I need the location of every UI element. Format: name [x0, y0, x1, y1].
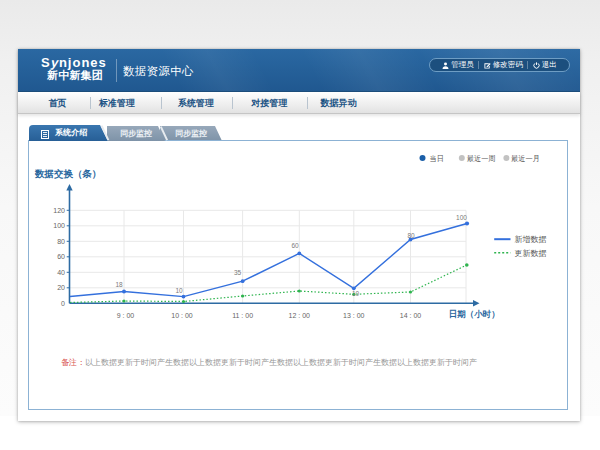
- svg-text:18: 18: [115, 281, 123, 288]
- svg-text:60: 60: [57, 253, 65, 260]
- svg-text:80: 80: [407, 232, 415, 239]
- svg-text:60: 60: [291, 242, 299, 249]
- svg-text:14 : 00: 14 : 00: [400, 312, 422, 319]
- svg-text:100: 100: [456, 214, 467, 221]
- svg-text:新增数据: 新增数据: [515, 235, 547, 244]
- svg-text:更新数据: 更新数据: [515, 249, 547, 258]
- svg-text:13 : 00: 13 : 00: [343, 312, 365, 319]
- svg-text:10: 10: [175, 287, 183, 294]
- svg-text:120: 120: [53, 207, 65, 214]
- svg-text:11 : 00: 11 : 00: [232, 312, 253, 319]
- svg-text:数据交换（条）: 数据交换（条）: [34, 168, 102, 180]
- svg-text:0: 0: [61, 300, 65, 307]
- svg-text:最近一周: 最近一周: [467, 154, 496, 163]
- svg-text:备注：以上数据更新于时间产生数据以上数据更新于时间产生数据以: 备注：以上数据更新于时间产生数据以上数据更新于时间产生数据以上数据更新于时间产生…: [61, 358, 477, 367]
- svg-text:当日: 当日: [430, 154, 444, 163]
- svg-text:日期（小时）: 日期（小时）: [449, 309, 500, 319]
- svg-text:20: 20: [57, 284, 65, 291]
- svg-text:35: 35: [234, 269, 242, 276]
- svg-text:80: 80: [57, 238, 65, 245]
- svg-text:100: 100: [53, 222, 65, 229]
- svg-text:40: 40: [57, 269, 65, 276]
- svg-text:10: 10: [352, 290, 360, 297]
- svg-text:最近一月: 最近一月: [511, 154, 540, 163]
- svg-text:12 : 00: 12 : 00: [289, 312, 311, 319]
- svg-text:9 : 00: 9 : 00: [117, 312, 135, 319]
- svg-text:10 : 00: 10 : 00: [171, 312, 193, 319]
